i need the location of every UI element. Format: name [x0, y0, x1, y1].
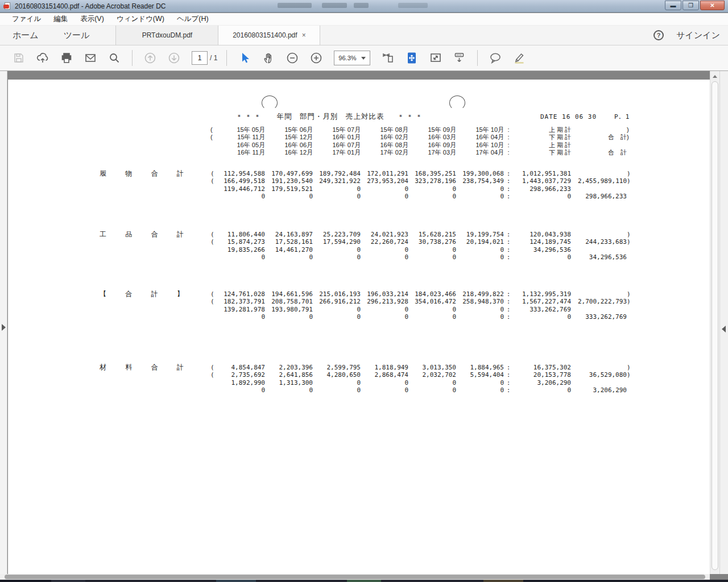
report-row: 19,835,26614,461,2700000:34,296,536 [210, 246, 631, 253]
report-row: (166,499,518191,230,540249,321,922273,95… [210, 177, 631, 185]
window-title: 20160803151400.pdf - Adobe Acrobat Reade… [15, 2, 166, 10]
report-row: 119,446,712179,519,5210000:298,966,233 [210, 185, 631, 193]
comment-button[interactable] [487, 48, 504, 68]
previous-page-button[interactable] [142, 48, 159, 68]
menu-bar: ファイル編集表示(V)ウィンドウ(W)ヘルプ(H) [0, 13, 728, 26]
report-row: 139,281,978193,980,7910000:333,262,769 [210, 306, 631, 313]
doc-tab-active[interactable]: 20160803151400.pdf × [218, 26, 320, 45]
vertical-scrollbar[interactable] [710, 71, 719, 574]
report-row: 000000:03,206,290 [210, 386, 631, 394]
select-arrow-icon [239, 52, 250, 64]
report-row: (15年 05月15年 06月15年 07月15年 08月15年 09月15年 … [210, 126, 631, 134]
acrobat-pdf-icon [3, 2, 11, 10]
zoom-out-button[interactable] [284, 48, 301, 68]
background-window-artifact [322, 3, 347, 8]
select-tool-button[interactable] [236, 48, 253, 68]
save-icon [13, 52, 25, 64]
sign-in-button[interactable]: サインイン [676, 30, 720, 41]
print-icon [60, 52, 73, 64]
report-block-label: 履物合計 [100, 170, 184, 177]
email-button[interactable] [82, 48, 99, 68]
search-icon [108, 52, 121, 64]
vertical-scrollbar-thumb[interactable] [712, 81, 718, 570]
zoom-in-icon [309, 51, 323, 65]
report-title-row: ＊＊＊ 年間 部門・月別 売上対比表 ＊＊＊ [236, 112, 425, 122]
report-block-label: 材料合計 [100, 364, 184, 371]
menu-item-4[interactable]: ヘルプ(H) [171, 13, 215, 25]
tab-home[interactable]: ホーム [0, 26, 51, 45]
close-button[interactable]: ✕ [700, 1, 725, 10]
open-tools-pane-icon[interactable] [722, 326, 726, 332]
report-row: 1,892,9901,313,3000000:3,206,290 [210, 379, 631, 386]
background-window-artifact [398, 3, 428, 8]
highlight-button[interactable] [511, 48, 528, 68]
fit-page-button[interactable] [403, 48, 420, 68]
report-row: 000000:0298,966,233 [210, 193, 631, 200]
punch-hole-mark [449, 95, 465, 110]
restore-button[interactable]: ❐ [682, 1, 699, 10]
menu-item-3[interactable]: ウィンドウ(W) [110, 13, 171, 25]
tab-tools[interactable]: ツール [51, 26, 102, 45]
fit-width-icon [381, 51, 395, 65]
menu-item-1[interactable]: 編集 [47, 13, 74, 25]
navigation-pane-strip [0, 71, 7, 574]
background-window-artifact [278, 3, 312, 8]
hand-tool-button[interactable] [260, 48, 277, 68]
zoom-level-value: 96.3% [338, 55, 356, 61]
report-row: 000000:034,296,536 [210, 253, 631, 261]
doc-tab-label: 20160803151400.pdf [233, 31, 297, 39]
toolbar: / 1 96.3% [0, 45, 728, 71]
fullscreen-icon [429, 51, 442, 65]
scroll-mode-icon [453, 51, 466, 65]
report-row: 16年 11月16年 12月17年 01月17年 02月17年 03月17年 0… [210, 149, 631, 156]
zoom-out-icon [286, 51, 299, 65]
minimize-button[interactable]: ▬ [665, 1, 681, 10]
tab-close-icon[interactable]: × [302, 32, 306, 39]
horizontal-scrollbar[interactable] [0, 574, 710, 580]
doc-tab-inactive[interactable]: PRTdxouDM.pdf [115, 26, 218, 45]
save-button[interactable] [10, 48, 27, 68]
report-row: 16年 05月16年 06月16年 07月16年 08月16年 09月16年 1… [210, 142, 631, 149]
fullscreen-button[interactable] [427, 48, 444, 68]
report-title: 年間 部門・月別 売上対比表 [277, 112, 384, 122]
fit-page-icon [406, 51, 418, 65]
page-number-input[interactable] [192, 51, 208, 65]
search-button[interactable] [106, 48, 123, 68]
pdf-page: ＊＊＊ 年間 部門・月別 売上対比表 ＊＊＊ DATE 16 06 30 P. … [8, 80, 710, 574]
fit-width-button[interactable] [379, 48, 396, 68]
report-block-label: 【合計】 [100, 290, 184, 298]
help-icon[interactable]: ? [653, 30, 664, 40]
page-down-icon [167, 51, 181, 65]
doc-tab-label: PRTdxouDM.pdf [142, 31, 192, 39]
report-header-rows: (15年 05月15年 06月15年 07月15年 08月15年 09月15年 … [210, 126, 631, 157]
scroll-up-button[interactable] [710, 72, 719, 80]
upload-cloud-button[interactable] [34, 48, 51, 68]
scroll-mode-button[interactable] [451, 48, 468, 68]
page-up-icon [143, 51, 157, 65]
punch-hole-mark [262, 95, 278, 110]
horizontal-scrollbar-thumb[interactable] [5, 575, 705, 579]
page-total-label: / 1 [210, 54, 217, 62]
report-row: 000000:0333,262,769 [210, 313, 631, 321]
menu-item-0[interactable]: ファイル [6, 13, 47, 25]
zoom-level-dropdown[interactable]: 96.3% [334, 51, 370, 65]
print-button[interactable] [58, 48, 75, 68]
next-page-button[interactable] [166, 48, 183, 68]
menu-item-2[interactable]: 表示(V) [74, 13, 110, 25]
chevron-down-icon [361, 57, 366, 60]
report-row: (124,761,028194,661,596215,016,193196,03… [210, 290, 631, 298]
report-row: (15,874,27317,528,16117,594,29022,260,72… [210, 238, 631, 246]
report-row: (182,373,791208,758,701266,916,212296,21… [210, 298, 631, 305]
stars-left: ＊＊＊ [236, 113, 263, 121]
comment-icon [489, 52, 502, 64]
triangle-up-icon [713, 75, 717, 78]
windows-taskbar-edge [0, 580, 728, 582]
report-row: (4,854,8472,203,3962,599,7951,818,9493,0… [210, 364, 631, 371]
open-nav-pane-icon[interactable] [2, 324, 6, 331]
email-icon [84, 52, 97, 64]
report-date: DATE 16 06 30 [540, 113, 597, 120]
tools-pane-strip [719, 71, 728, 574]
report-row: (15年 11月15年 12月16年 01月16年 02月16年 03月16年 … [210, 134, 631, 141]
document-viewport: ＊＊＊ 年間 部門・月別 売上対比表 ＊＊＊ DATE 16 06 30 P. … [0, 71, 728, 580]
zoom-in-button[interactable] [308, 48, 325, 68]
